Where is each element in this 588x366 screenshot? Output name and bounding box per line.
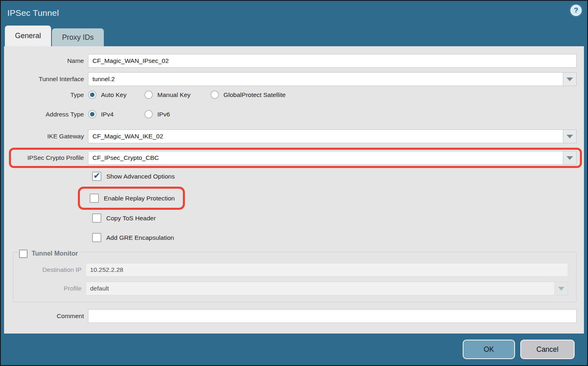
ipsec-crypto-profile-row: IPSec Crypto Profile <box>13 151 577 165</box>
ipsec-tunnel-dialog: IPSec Tunnel ? General Proxy IDs Name Tu… <box>0 0 588 366</box>
radio-label: Auto Key <box>101 91 132 99</box>
address-type-radio-group: IPv4 IPv6 <box>88 110 201 118</box>
add-gre-encapsulation-row[interactable]: Add GRE Encapsulation <box>92 232 584 243</box>
tab-bar: General Proxy IDs <box>1 25 587 46</box>
tunnel-interface-label: Tunnel Interface <box>4 75 88 83</box>
tunnel-interface-input[interactable] <box>88 72 563 86</box>
chevron-down-icon <box>567 78 573 81</box>
tunnel-interface-dropdown-button[interactable] <box>563 72 577 86</box>
ike-gateway-input[interactable] <box>88 129 563 143</box>
tunnel-interface-combo <box>88 72 577 86</box>
tunnel-monitor-checkbox[interactable] <box>19 250 28 258</box>
ike-gateway-dropdown-button[interactable] <box>563 129 577 143</box>
address-type-label: Address Type <box>4 111 88 118</box>
radio-icon[interactable] <box>88 110 97 118</box>
tunnel-monitor-fieldset: Tunnel Monitor Destination IP Profile <box>13 252 577 302</box>
enable-replay-protection-row[interactable]: Enable Replay Protection <box>90 193 175 204</box>
enable-replay-protection-label: Enable Replay Protection <box>104 195 175 202</box>
destination-ip-row: Destination IP <box>13 263 572 277</box>
radio-icon[interactable] <box>88 90 97 99</box>
ipsec-crypto-profile-input[interactable] <box>88 151 563 165</box>
ike-gateway-row: IKE Gateway <box>4 129 584 143</box>
name-input[interactable] <box>88 54 577 68</box>
ipsec-crypto-profile-highlight: IPSec Crypto Profile <box>9 148 582 168</box>
name-label: Name <box>4 57 88 65</box>
radio-icon[interactable] <box>210 90 219 99</box>
dialog-titlebar: IPSec Tunnel ? <box>1 1 587 25</box>
general-tab-panel: Name Tunnel Interface Type Auto Key <box>4 46 584 334</box>
radio-option-ipv6[interactable]: IPv6 <box>144 110 201 118</box>
copy-tos-header-label: Copy ToS Header <box>106 215 156 222</box>
ike-gateway-label: IKE Gateway <box>4 133 88 140</box>
chevron-down-icon <box>567 156 573 160</box>
dialog-footer: OK Cancel <box>1 334 587 365</box>
radio-option-manual-key[interactable]: Manual Key <box>144 90 210 99</box>
cancel-button[interactable]: Cancel <box>520 340 575 359</box>
comment-row: Comment <box>4 309 584 323</box>
ike-gateway-combo <box>88 129 577 143</box>
tunnel-interface-row: Tunnel Interface <box>4 72 584 86</box>
radio-label: Manual Key <box>157 91 196 99</box>
destination-ip-label: Destination IP <box>13 266 86 273</box>
name-row: Name <box>4 54 584 68</box>
comment-label: Comment <box>4 312 88 320</box>
radio-option-globalprotect-satellite[interactable]: GlobalProtect Satellite <box>210 90 291 99</box>
comment-input[interactable] <box>88 309 577 323</box>
tab-proxy-ids[interactable]: Proxy IDs <box>52 28 104 46</box>
profile-dropdown-button <box>555 282 568 295</box>
destination-ip-input <box>86 263 568 277</box>
radio-option-ipv4[interactable]: IPv4 <box>88 110 144 118</box>
profile-combo <box>86 282 568 295</box>
radio-label: IPv6 <box>157 111 176 118</box>
chevron-down-icon <box>567 135 573 138</box>
tab-general[interactable]: General <box>5 26 51 46</box>
radio-option-auto-key[interactable]: Auto Key <box>88 90 144 99</box>
radio-icon[interactable] <box>144 90 153 99</box>
tunnel-monitor-label: Tunnel Monitor <box>32 250 78 257</box>
chevron-down-icon <box>558 287 564 291</box>
show-advanced-options-row[interactable]: Show Advanced Options <box>92 171 584 182</box>
ipsec-crypto-profile-dropdown-button[interactable] <box>563 151 577 165</box>
type-label: Type <box>4 91 88 99</box>
enable-replay-protection-highlight: Enable Replay Protection <box>78 187 185 210</box>
show-advanced-options-label: Show Advanced Options <box>106 173 175 180</box>
dialog-title: IPSec Tunnel <box>7 8 59 18</box>
enable-replay-protection-checkbox[interactable] <box>90 194 99 203</box>
copy-tos-header-checkbox[interactable] <box>92 213 101 223</box>
radio-icon[interactable] <box>144 110 153 118</box>
show-advanced-options-checkbox[interactable] <box>92 172 101 181</box>
help-icon[interactable]: ? <box>571 5 582 16</box>
address-type-row: Address Type IPv4 IPv6 <box>4 110 584 118</box>
ok-button[interactable]: OK <box>463 340 515 359</box>
add-gre-encapsulation-label: Add GRE Encapsulation <box>106 234 174 241</box>
add-gre-encapsulation-checkbox[interactable] <box>92 233 101 242</box>
tunnel-monitor-legend[interactable]: Tunnel Monitor <box>18 248 81 259</box>
profile-label: Profile <box>13 285 86 292</box>
type-row: Type Auto Key Manual Key GlobalProtect S… <box>4 90 584 99</box>
type-radio-group: Auto Key Manual Key GlobalProtect Satell… <box>88 90 291 99</box>
profile-row: Profile <box>13 282 572 295</box>
ipsec-crypto-profile-label: IPSec Crypto Profile <box>13 154 88 161</box>
copy-tos-header-row[interactable]: Copy ToS Header <box>92 213 584 224</box>
profile-input <box>86 282 555 295</box>
radio-label: GlobalProtect Satellite <box>223 91 291 99</box>
ipsec-crypto-profile-combo <box>88 151 577 165</box>
radio-label: IPv4 <box>101 111 119 118</box>
